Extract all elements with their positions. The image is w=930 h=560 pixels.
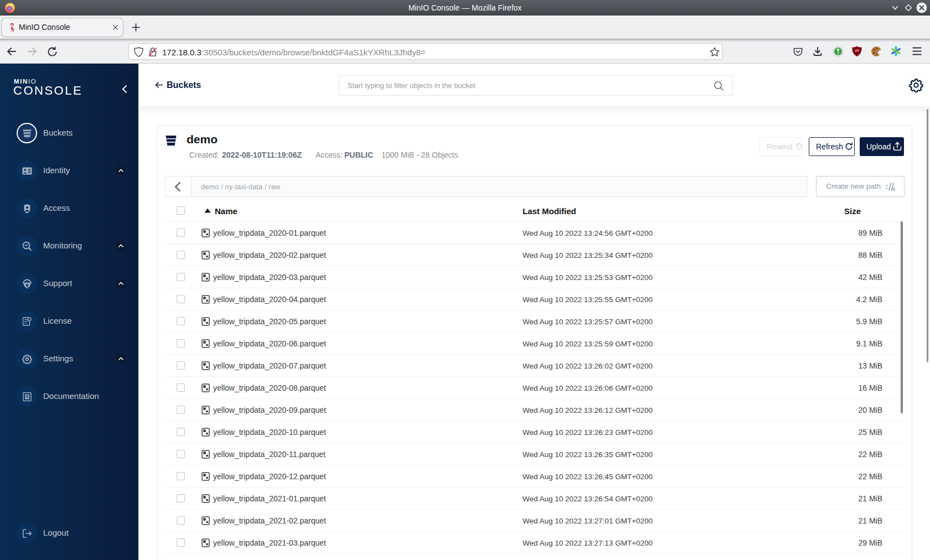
svg-text:uO: uO [855, 49, 859, 52]
